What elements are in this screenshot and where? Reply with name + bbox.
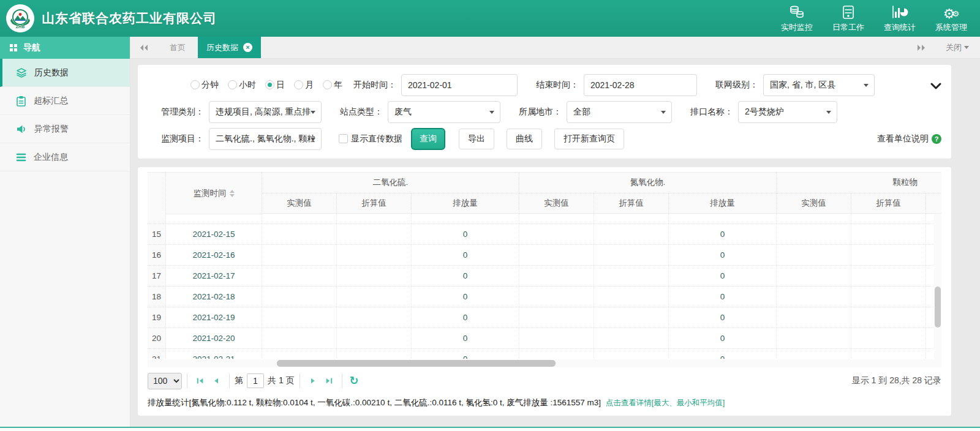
tab-home[interactable]: 首页: [157, 37, 198, 58]
start-time-input[interactable]: 2021-02-01: [401, 74, 518, 96]
horizontal-scrollbar-thumb[interactable]: [277, 360, 556, 367]
management-category-select[interactable]: 违规项目, 高架源, 重点排: [209, 101, 322, 123]
row-number-cell: 17: [148, 266, 166, 286]
direct-data-label: 显示直传数据: [351, 133, 402, 144]
radio-hour[interactable]: 小时: [228, 80, 256, 91]
first-page-button[interactable]: [192, 373, 208, 388]
network-level-select[interactable]: 国家, 省, 市, 区县: [763, 74, 875, 96]
query-button[interactable]: 查询: [411, 128, 445, 150]
value-cell: [262, 266, 337, 286]
close-tabs-dropdown[interactable]: 关闭: [935, 37, 980, 58]
data-table-panel: 监测时间 二氧化硫. 实测值 折算值 排放量: [138, 167, 951, 416]
app-header: ZHB 山东省联合农药工业有限公司 实时监控: [0, 0, 980, 37]
start-time-label: 开始时间：: [353, 80, 396, 91]
sidebar-item-label: 企业信息: [34, 152, 68, 163]
table-body: 152021-02-1500162021-02-1600172021-02-17…: [148, 214, 941, 359]
nav-query-statistics[interactable]: 查询统计: [882, 4, 918, 33]
horizontal-scrollbar[interactable]: [148, 359, 941, 367]
monitor-time-cell: 2021-02-15: [166, 224, 262, 244]
radio-year[interactable]: 年: [323, 80, 342, 91]
outlet-name-select[interactable]: 2号焚烧炉: [738, 101, 837, 123]
value-cell: [519, 328, 594, 348]
value-cell: [337, 287, 412, 307]
collapse-panel-icon[interactable]: [930, 81, 941, 92]
value-cell: [777, 349, 851, 359]
site-type-value: 废气: [394, 107, 412, 118]
value-cell: [851, 245, 926, 265]
list-icon: [16, 152, 26, 162]
value-cell: 0: [669, 328, 777, 348]
col-header-emission: 排放量: [669, 193, 777, 214]
nav-label: 系统管理: [935, 22, 967, 33]
nav-realtime-monitoring[interactable]: 实时监控: [779, 4, 815, 33]
vertical-scrollbar[interactable]: [934, 214, 941, 359]
unit-help-link[interactable]: 查看单位说明 ?: [877, 133, 941, 144]
page-size-select[interactable]: 100: [148, 373, 182, 389]
sidebar-item-label: 异常报警: [34, 124, 69, 135]
layers-icon: [16, 67, 27, 78]
direct-data-checkbox[interactable]: [339, 134, 348, 143]
monitoring-items-select[interactable]: 二氧化硫., 氮氧化物., 颗粒: [209, 128, 322, 150]
tab-label: 历史数据: [206, 42, 238, 53]
tabs-scroll-right-button[interactable]: [908, 37, 935, 58]
so2-group-label: 二氧化硫.: [262, 173, 519, 193]
content-area: 分钟 小时 日 月 年 开始时间： 2021-02-01 结束时间： 2021-…: [130, 59, 980, 427]
time-column-label: 监测时间: [194, 188, 227, 199]
time-column-header[interactable]: 监测时间: [166, 173, 262, 214]
row-number-cell: 15: [148, 224, 166, 244]
sidebar-title: 导航: [23, 42, 40, 53]
value-cell: [337, 245, 412, 265]
value-cell: [777, 245, 851, 265]
nav-daily-work[interactable]: 日常工作: [831, 4, 866, 33]
value-cell: [777, 224, 851, 244]
sidebar: 导航 历史数据 超标汇总 异常报警: [0, 37, 130, 427]
question-icon: ?: [932, 134, 941, 144]
last-page-button[interactable]: [321, 373, 337, 388]
value-cell: [851, 307, 926, 328]
database-icon: [789, 4, 805, 20]
view-details-link[interactable]: 点击查看详情[最大、最小和平均值]: [606, 399, 725, 407]
last-page-icon: [325, 377, 333, 385]
table-row: 192021-02-1900: [148, 307, 941, 328]
open-new-query-button[interactable]: 打开新查询页: [554, 129, 624, 149]
tab-close-icon[interactable]: ×: [243, 43, 252, 52]
value-cell: [594, 328, 669, 348]
refresh-icon[interactable]: ↻: [350, 374, 359, 388]
curve-button[interactable]: 曲线: [507, 129, 542, 149]
sort-icon[interactable]: [230, 190, 235, 197]
end-time-input[interactable]: 2021-02-28: [584, 74, 697, 96]
double-chevron-left-icon: [139, 44, 149, 51]
double-chevron-right-icon: [916, 44, 926, 51]
sidebar-header: 导航: [0, 37, 130, 59]
radio-icon: [190, 80, 200, 89]
radio-minute[interactable]: 分钟: [190, 80, 219, 91]
row-number-cell: 20: [148, 328, 166, 348]
radio-month[interactable]: 月: [294, 80, 314, 91]
company-logo: ZHB: [6, 4, 34, 32]
value-cell: [777, 307, 851, 328]
prev-page-button[interactable]: [208, 373, 224, 388]
sidebar-item-enterprise-info[interactable]: 企业信息: [0, 143, 130, 171]
col-header-converted: 折算值: [337, 193, 412, 214]
radio-day[interactable]: 日: [265, 80, 285, 91]
page-number-input[interactable]: [247, 373, 264, 388]
nav-system-management[interactable]: ⚙⚙ 系统管理: [933, 4, 969, 33]
export-button[interactable]: 导出: [459, 129, 494, 149]
period-radio-group: 分钟 小时 日 月 年: [190, 80, 342, 91]
sidebar-item-abnormal-alarm[interactable]: 异常报警: [0, 115, 130, 143]
sidebar-item-exceedance-summary[interactable]: 超标汇总: [0, 87, 130, 115]
value-cell: 0: [412, 328, 519, 348]
site-type-select[interactable]: 废气: [388, 101, 500, 123]
vertical-scrollbar-thumb[interactable]: [935, 287, 941, 328]
col-header-converted: 折算值: [851, 193, 926, 214]
radio-icon: [294, 80, 303, 89]
city-select[interactable]: 全部: [567, 101, 672, 123]
site-type-label: 站点类型：: [340, 107, 383, 118]
radio-label: 日: [276, 80, 285, 91]
next-page-button[interactable]: [305, 373, 321, 388]
network-level-label: 联网级别：: [715, 80, 758, 91]
col-header-measured: 实测值: [777, 193, 851, 214]
tabs-scroll-left-button[interactable]: [130, 37, 157, 58]
sidebar-item-history-data[interactable]: 历史数据: [0, 59, 130, 87]
tab-history-data[interactable]: 历史数据 ×: [198, 37, 261, 58]
